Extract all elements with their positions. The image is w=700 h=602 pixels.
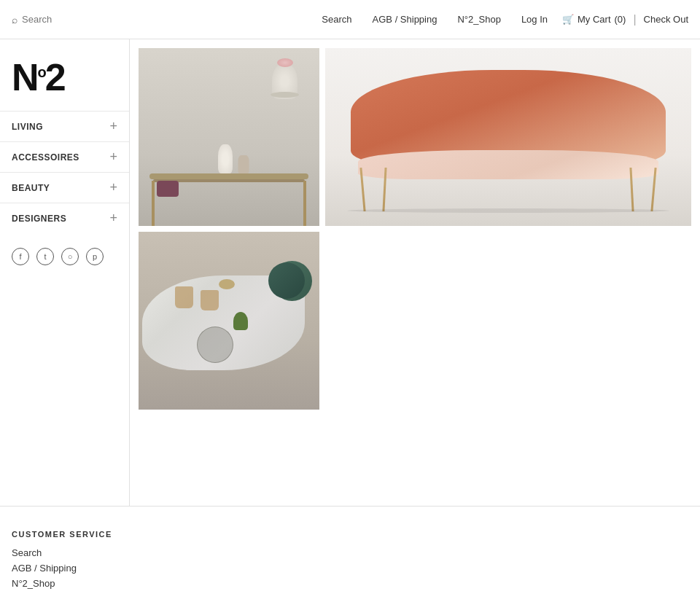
divider: | [633,13,636,26]
sidebar-item-accessoires[interactable]: ACCESSOIRES + [0,141,129,172]
image-console-table [139,48,319,226]
sidebar: No2 LIVING + ACCESSOIRES + BEAUTY + DESI… [0,39,130,506]
nav-n2-shop[interactable]: N°2_Shop [457,14,500,25]
plant [233,312,248,330]
search-input[interactable] [22,14,168,25]
nav-log-in[interactable]: Log In [521,14,548,25]
top-nav: Search AGB / Shipping N°2_Shop Log In [322,14,548,25]
sidebar-item-label-living: LIVING [12,122,43,132]
footer-link-n2shop[interactable]: N°2_Shop [12,578,688,589]
image-chair [325,48,691,226]
checkout-link[interactable]: Check Out [644,14,688,25]
plus-icon-designers: + [109,211,117,226]
sidebar-item-label-designers: DESIGNERS [12,214,66,224]
twitter-icon[interactable]: t [36,248,54,265]
cart-label: My Cart [578,14,611,25]
image-row-top [139,48,691,226]
chair-bottom [358,150,658,179]
main-layout: No2 LIVING + ACCESSOIRES + BEAUTY + DESI… [0,39,700,506]
footer-section-title: CUSTOMER SERVICE [12,530,688,539]
sidebar-item-label-accessoires: ACCESSOIRES [12,152,79,163]
footer-customer-service: CUSTOMER SERVICE Search AGB / Shipping N… [12,530,688,589]
facebook-icon[interactable]: f [12,248,29,265]
pinterest-icon[interactable]: p [86,248,104,265]
footer: CUSTOMER SERVICE Search AGB / Shipping N… [0,506,700,602]
top-bar: ⌕ Search AGB / Shipping N°2_Shop Log In … [0,0,700,39]
sidebar-item-label-beauty: BEAUTY [12,183,50,193]
cart-count: (0) [615,14,626,25]
logo[interactable]: No2 [12,58,117,96]
nav-agb-shipping[interactable]: AGB / Shipping [373,14,438,25]
glass-1 [175,286,193,308]
cart-icon: 🛒 [562,14,574,25]
plus-icon-beauty: + [109,180,117,195]
cart-area: 🛒 My Cart (0) | Check Out [562,13,688,26]
sidebar-item-living[interactable]: LIVING + [0,111,129,141]
image-coffee-table [139,232,319,410]
cart-link[interactable]: 🛒 My Cart (0) [562,14,626,25]
content-area [130,39,700,506]
search-icon-left: ⌕ [12,14,18,26]
nav-search[interactable]: Search [322,14,351,25]
instagram-icon[interactable]: ○ [61,248,79,265]
image-row-bottom [139,232,691,410]
social-icons: f t ○ p [0,233,129,280]
glass-2 [201,290,219,310]
footer-link-agb[interactable]: AGB / Shipping [12,563,688,574]
sidebar-item-beauty[interactable]: BEAUTY + [0,172,129,203]
sidebar-item-designers[interactable]: DESIGNERS + [0,203,129,233]
logo-area: No2 [0,51,129,111]
plus-icon-living: + [109,119,117,134]
footer-link-search[interactable]: Search [12,547,688,558]
plus-icon-accessoires: + [109,149,117,165]
search-area-left: ⌕ [12,14,322,26]
